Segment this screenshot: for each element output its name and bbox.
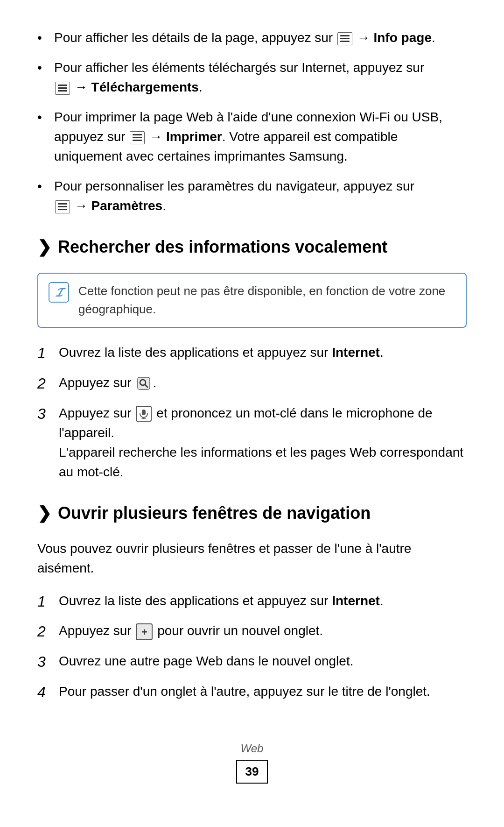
- bullet-item-4: Pour personnaliser les paramètres du nav…: [37, 177, 467, 216]
- section2-step-2: 2 Appuyez sur + pour ouvrir un nouvel on…: [37, 621, 467, 642]
- bullet-text-2: Pour afficher les éléments téléchargés s…: [54, 60, 424, 94]
- section2-step-3: 3 Ouvrez une autre page Web dans le nouv…: [37, 651, 467, 672]
- section1-step-3: 3 Appuyez sur et prononcez un mot-clé da…: [37, 403, 467, 482]
- menu-icon-3: [130, 131, 145, 144]
- bullet-text-4: Pour personnaliser les paramètres du nav…: [54, 179, 414, 213]
- bullet-text-3: Pour imprimer la page Web à l'aide d'une…: [54, 110, 442, 163]
- menu-icon-1: [337, 32, 352, 45]
- section2-step-4: 4 Pour passer d'un onglet à l'autre, app…: [37, 682, 467, 703]
- plus-tab-icon: +: [136, 623, 153, 640]
- bullet-text-1: Pour afficher les détails de la page, ap…: [54, 30, 435, 45]
- intro-bullet-list: Pour afficher les détails de la page, ap…: [37, 28, 467, 216]
- section1-step-2: 2 Appuyez sur .: [37, 373, 467, 394]
- footer: Web 39: [37, 740, 467, 784]
- mic-icon: [136, 406, 152, 422]
- section1-chevron-icon: ❯: [37, 234, 51, 260]
- section2-chevron-icon: ❯: [37, 501, 51, 526]
- section1-note-box: 𝓘 Cette fonction peut ne pas être dispon…: [37, 273, 467, 328]
- bullet-item-3: Pour imprimer la page Web à l'aide d'une…: [37, 107, 467, 166]
- bullet-item-2: Pour afficher les éléments téléchargés s…: [37, 58, 467, 97]
- section2-heading: ❯ Ouvrir plusieurs fenêtres de navigatio…: [37, 501, 467, 526]
- section1-steps: 1 Ouvrez la liste des applications et ap…: [37, 343, 467, 482]
- section2-intro: Vous pouvez ouvrir plusieurs fenêtres et…: [37, 539, 467, 578]
- menu-icon-4: [55, 200, 70, 213]
- svg-rect-0: [138, 377, 150, 389]
- section2-step-1: 1 Ouvrez la liste des applications et ap…: [37, 591, 467, 612]
- section1-heading: ❯ Rechercher des informations vocalement: [37, 234, 467, 260]
- bullet-item-1: Pour afficher les détails de la page, ap…: [37, 28, 467, 48]
- note-icon: 𝓘: [49, 282, 69, 303]
- section1-note-text: Cette fonction peut ne pas être disponib…: [78, 282, 455, 318]
- footer-section-label: Web: [37, 740, 467, 757]
- search-icon: [136, 375, 152, 391]
- footer-page-number: 39: [236, 760, 268, 784]
- section1-step-1: 1 Ouvrez la liste des applications et ap…: [37, 343, 467, 364]
- menu-icon-2: [55, 82, 70, 95]
- section2-steps: 1 Ouvrez la liste des applications et ap…: [37, 591, 467, 703]
- svg-rect-3: [142, 410, 146, 415]
